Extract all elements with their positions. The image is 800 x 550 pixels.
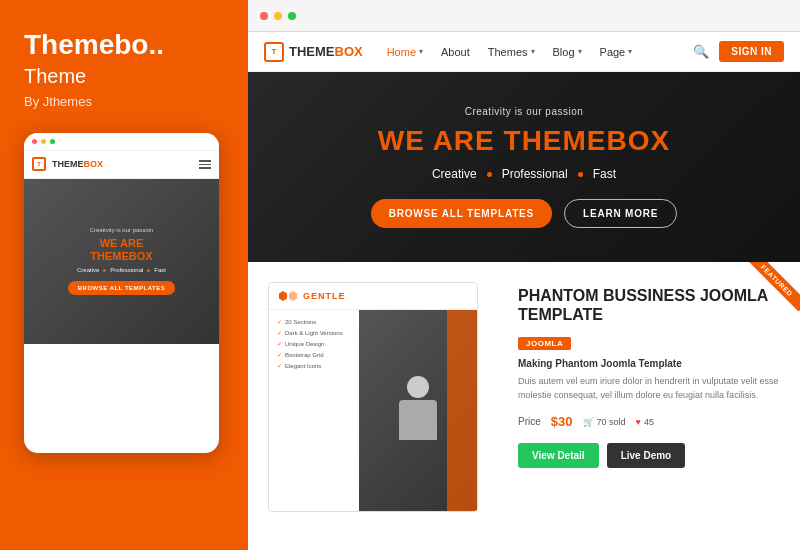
featured-ribbon-wrap: FEATURED: [740, 262, 800, 322]
mobile-tagline: Creativity is our passion: [90, 227, 154, 233]
hero-headline: WE ARE THEMEBOX: [371, 125, 678, 157]
nav-home[interactable]: Home ▾: [387, 46, 423, 58]
nav-blog-arrow: ▾: [578, 47, 582, 56]
sold-info: 🛒 70 sold: [583, 417, 626, 427]
mobile-cta-button[interactable]: BROWSE ALL TEMPLATES: [68, 281, 176, 295]
app-author: By Jthemes: [24, 94, 224, 109]
product-image-box: GENTLE 20 Sections Dark & Light Versions…: [268, 282, 478, 512]
hero-headline-brand: THEMEBOX: [504, 125, 671, 156]
site-logo: T THEMEBOX: [264, 42, 363, 62]
live-demo-button[interactable]: Live Demo: [607, 443, 686, 468]
featured-ribbon: FEATURED: [747, 262, 800, 311]
price-value: $30: [551, 414, 573, 429]
left-panel: Themebo.. Theme By Jthemes T THEMEBOX Cr…: [0, 0, 248, 550]
hero-fast: Fast: [593, 167, 616, 181]
browser-chrome: [248, 0, 800, 32]
hamburger-icon: [199, 160, 211, 169]
nav-right: 🔍 SIGN IN: [693, 41, 784, 62]
mobile-headline-brand-pre: THEME: [90, 250, 129, 262]
app-subtitle: Theme: [24, 65, 224, 88]
gentle-orange-bar: [447, 310, 477, 511]
hero-professional: Professional: [502, 167, 568, 181]
gentle-feature-1: 20 Sections: [277, 318, 351, 325]
browser-dot-green: [288, 12, 296, 20]
gentle-logo: [279, 291, 297, 301]
nav-themes[interactable]: Themes ▾: [488, 46, 535, 58]
product-section: GENTLE 20 Sections Dark & Light Versions…: [248, 262, 800, 550]
website-nav: T THEMEBOX Home ▾ About Themes ▾ Blog ▾ …: [248, 32, 800, 72]
likes-count: 45: [644, 417, 654, 427]
mobile-headline-pre: WE ARE: [100, 237, 144, 249]
hero-creative: Creative: [432, 167, 477, 181]
nav-about[interactable]: About: [441, 46, 470, 58]
hero-subline: Creative Professional Fast: [371, 167, 678, 181]
gentle-feature-3: Unique Design: [277, 340, 351, 347]
hero-tagline: Creativity is our passion: [371, 106, 678, 117]
gentle-shape2: [289, 291, 297, 301]
gentle-preview: [359, 310, 477, 511]
product-buttons: View Detail Live Demo: [518, 443, 780, 468]
browser-dot-yellow: [274, 12, 282, 20]
person-silhouette: [393, 376, 443, 446]
nav-themes-arrow: ▾: [531, 47, 535, 56]
mobile-subline-dot2: [147, 269, 150, 272]
mobile-subline: Creative Professional Fast: [77, 267, 166, 273]
gentle-feature-5: Elegant Icons: [277, 362, 351, 369]
product-desc: Duis autem vel eum iriure dolor in hendr…: [518, 375, 780, 402]
hero-headline-pre: WE ARE: [378, 125, 504, 156]
mobile-dot-yellow: [41, 139, 46, 144]
gentle-feature-2: Dark & Light Versions: [277, 329, 351, 336]
nav-home-arrow: ▾: [419, 47, 423, 56]
mobile-subline-professional: Professional: [110, 267, 143, 273]
mobile-subline-creative: Creative: [77, 267, 99, 273]
heart-info: ♥ 45: [636, 417, 654, 427]
mobile-preview: T THEMEBOX Creativity is our passion WE …: [24, 133, 219, 453]
browser-dot-red: [260, 12, 268, 20]
hero-dot1: [487, 172, 492, 177]
mobile-headline-brand-suf: BOX: [129, 250, 153, 262]
mobile-top-bar: [24, 133, 219, 151]
heart-icon: ♥: [636, 417, 641, 427]
hero-section: Creativity is our passion WE ARE THEMEBO…: [248, 72, 800, 262]
sold-count: 70 sold: [597, 417, 626, 427]
nav-page-arrow: ▾: [628, 47, 632, 56]
search-icon[interactable]: 🔍: [693, 44, 709, 59]
joomla-badge: JOOMLA: [518, 337, 571, 350]
mobile-dot-red: [32, 139, 37, 144]
product-price-row: Price $30 🛒 70 sold ♥ 45: [518, 414, 780, 429]
nav-blog[interactable]: Blog ▾: [553, 46, 582, 58]
product-subtitle: Making Phantom Joomla Template: [518, 358, 780, 369]
nav-page[interactable]: Page ▾: [600, 46, 633, 58]
gentle-feature-4: Bootstrap Grid: [277, 351, 351, 358]
hero-dot2: [578, 172, 583, 177]
mobile-hero: Creativity is our passion WE ARE THEMEBO…: [24, 179, 219, 344]
browse-templates-button[interactable]: BROWSE ALL TEMPLATES: [371, 199, 552, 228]
hero-buttons: BROWSE ALL TEMPLATES LEARN MORE: [371, 199, 678, 228]
price-label: Price: [518, 416, 541, 427]
person-head: [407, 376, 429, 398]
gentle-header: GENTLE: [269, 283, 477, 310]
mobile-headline: WE ARE THEMEBOX: [90, 237, 152, 263]
mobile-subline-fast: Fast: [154, 267, 166, 273]
person-body: [399, 400, 437, 440]
mobile-logo-icon: T: [32, 157, 46, 171]
site-brand: THEMEBOX: [289, 44, 363, 59]
app-title: Themebo..: [24, 30, 224, 61]
gentle-brand: GENTLE: [303, 291, 346, 301]
site-logo-icon: T: [264, 42, 284, 62]
mobile-subline-dot1: [103, 269, 106, 272]
right-panel: T THEMEBOX Home ▾ About Themes ▾ Blog ▾ …: [248, 0, 800, 550]
sign-in-button[interactable]: SIGN IN: [719, 41, 784, 62]
brand-suffix: BOX: [335, 44, 363, 59]
hero-content: Creativity is our passion WE ARE THEMEBO…: [371, 106, 678, 228]
mobile-dot-green: [50, 139, 55, 144]
cart-icon: 🛒: [583, 417, 594, 427]
learn-more-button[interactable]: LEARN MORE: [564, 199, 677, 228]
mobile-nav: T THEMEBOX: [24, 151, 219, 179]
gentle-shape1: [279, 291, 287, 301]
nav-items: Home ▾ About Themes ▾ Blog ▾ Page ▾: [387, 46, 694, 58]
gentle-features: 20 Sections Dark & Light Versions Unique…: [269, 310, 359, 511]
product-image-col: GENTLE 20 Sections Dark & Light Versions…: [248, 262, 498, 550]
gentle-body: 20 Sections Dark & Light Versions Unique…: [269, 310, 477, 511]
view-detail-button[interactable]: View Detail: [518, 443, 599, 468]
